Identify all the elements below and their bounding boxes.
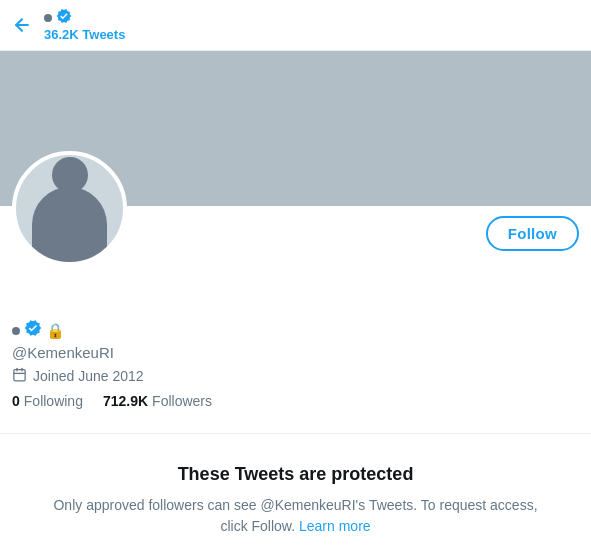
protected-section: These Tweets are protected Only approved… xyxy=(0,434,591,553)
stats-row: 0 Following 712.9K Followers xyxy=(12,393,579,409)
profile-info: 🔒 @KemenkeuRI Joined June 2012 0 Followi… xyxy=(0,259,591,433)
lock-icon: 🔒 xyxy=(46,322,65,340)
name-row: 🔒 xyxy=(12,319,579,342)
protected-description: Only approved followers can see @Kemenke… xyxy=(53,497,537,534)
followers-count: 712.9K xyxy=(103,393,148,409)
header-verified-icon xyxy=(56,8,72,27)
following-stat[interactable]: 0 Following xyxy=(12,393,83,409)
join-date-text: Joined June 2012 xyxy=(33,368,144,384)
following-label: Following xyxy=(24,393,83,409)
username: @KemenkeuRI xyxy=(12,344,579,361)
join-date-row: Joined June 2012 xyxy=(12,367,579,385)
header-info: 36.2K Tweets xyxy=(44,8,125,42)
verified-icon xyxy=(24,319,42,342)
tweet-count: 36.2K Tweets xyxy=(44,27,125,42)
svg-rect-1 xyxy=(14,370,25,381)
calendar-icon xyxy=(12,367,27,385)
protected-title: These Tweets are protected xyxy=(40,464,551,485)
name-dot xyxy=(12,327,20,335)
header-dot xyxy=(44,14,52,22)
avatar xyxy=(12,151,127,266)
followers-label: Followers xyxy=(152,393,212,409)
following-count: 0 xyxy=(12,393,20,409)
followers-stat[interactable]: 712.9K Followers xyxy=(103,393,212,409)
follow-button[interactable]: Follow xyxy=(486,216,579,251)
header-name-row xyxy=(44,8,125,27)
profile-section: Follow xyxy=(0,206,591,259)
header: 36.2K Tweets xyxy=(0,0,591,51)
avatar-person-shape xyxy=(32,187,107,262)
protected-text: Only approved followers can see @Kemenke… xyxy=(40,495,551,537)
back-button[interactable] xyxy=(12,15,32,35)
learn-more-link[interactable]: Learn more xyxy=(299,518,371,534)
